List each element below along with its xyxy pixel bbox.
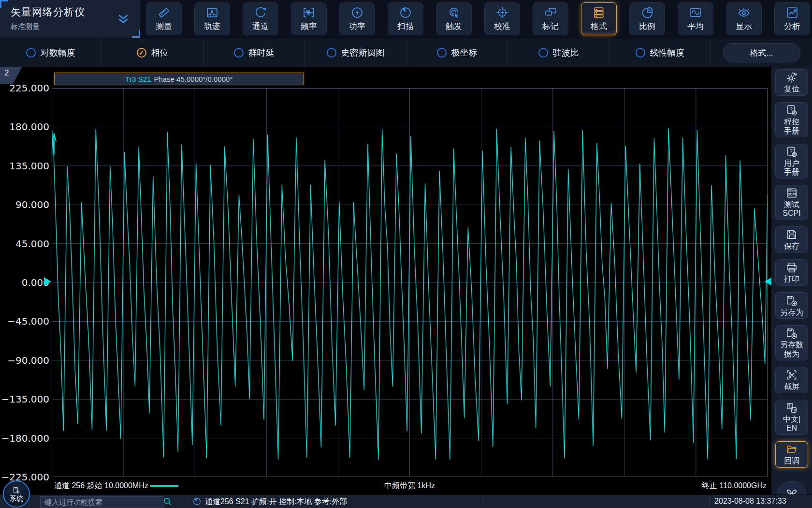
svg-text:En: En (792, 408, 796, 412)
format-option-label: 对数幅度 (41, 47, 75, 59)
user-manual-icon: ?H (785, 146, 798, 158)
toolbar-button-average[interactable]: 平均 (678, 2, 713, 35)
language-toggle-icon: 中En (785, 402, 798, 414)
format-option-label: 群时延 (248, 47, 275, 59)
toolbar-button-frequency[interactable]: 频率 (291, 2, 327, 35)
sidebar-button-label: 保存 (784, 242, 799, 251)
format-option-3[interactable]: 史密斯圆图 (304, 39, 406, 67)
clock-timestamp: 2023-08-08 13:37:33 (714, 497, 786, 506)
system-gear-icon (12, 486, 21, 495)
format-option-label: 极坐标 (451, 47, 478, 59)
sidebar-button-screenshot[interactable]: 截屏 (775, 367, 808, 393)
svg-text:SCPI: SCPI (787, 192, 796, 196)
y-axis-tick-label: 135.000 (9, 160, 49, 172)
format-option-2[interactable]: 群时延 (203, 39, 304, 67)
sidebar-button-recall[interactable]: 回调 (775, 441, 808, 468)
screenshot-icon (785, 369, 798, 381)
sidebar-button-save-data-as[interactable]: 另存数 据为 (775, 325, 808, 360)
format-icon (592, 6, 606, 19)
toolbar-button-analysis[interactable]: 分析 (774, 2, 810, 35)
app-subtitle: 标准测量 (11, 22, 40, 31)
toolbar-button-label: 功率 (349, 21, 365, 32)
toolbar-button-calibration[interactable]: 校准 (484, 2, 520, 35)
toolbar-button-trace[interactable]: 轨迹 (194, 2, 230, 35)
format-option-6[interactable]: 线性幅度 (609, 39, 710, 67)
sidebar-button-reset[interactable]: 复位 (775, 69, 808, 96)
system-button-label: 系统 (10, 495, 23, 502)
save-as-icon (785, 295, 798, 307)
sidebar-button-label: 用户 手册 (784, 159, 799, 177)
sidebar-button-scpi-test[interactable]: SCPI测试 SCPI (775, 185, 808, 220)
format-more-cell: 格式... (710, 39, 812, 67)
system-button[interactable]: 系统 (3, 480, 30, 508)
y-axis-tick-label: 180.000 (9, 121, 49, 133)
toolbar-button-sweep[interactable]: 扫描 (388, 2, 423, 35)
sidebar-button-programming-manual[interactable]: ?P程控 手册 (775, 102, 808, 137)
phase-trace-plot (52, 88, 768, 477)
y-axis-tick-label: 90.000 (15, 199, 49, 210)
app-title: 矢量网络分析仪 (11, 5, 85, 19)
sidebar-button-label: 中文| EN (783, 415, 800, 433)
y-axis-tick-label: −180.000 (1, 433, 49, 444)
svg-text:P: P (793, 111, 796, 115)
toolbar-button-display[interactable]: 显示 (726, 2, 762, 35)
format-option-4[interactable]: 极坐标 (406, 39, 508, 67)
radio-icon (538, 48, 548, 58)
sidebar-button-label: 回调 (784, 457, 799, 465)
channel-status-text: 通道256 S21 扩频:开 控制:本地 参考:外部 (205, 497, 347, 507)
top-toolbar: 矢量网络分析仪 标准测量 测量轨迹通道频率功率扫描触发校准标记格式比例平均显示分… (0, 0, 812, 39)
search-input[interactable] (40, 496, 164, 508)
toolbar-button-channel[interactable]: 通道 (243, 2, 278, 35)
radio-icon (636, 48, 645, 58)
sidebar-button-user-manual[interactable]: ?H用户 手册 (775, 144, 808, 179)
sidebar-button-label: 另存数 据为 (780, 341, 803, 359)
toolbar-buttons: 测量轨迹通道频率功率扫描触发校准标记格式比例平均显示分析 (146, 2, 810, 35)
sidebar-button-save-as[interactable]: 另存为 (775, 292, 808, 319)
search-icon[interactable] (162, 496, 173, 507)
print-icon (785, 261, 798, 274)
right-sidebar: 复位?P程控 手册?H用户 手册SCPI测试 SCPI保存打印另存为另存数 据为… (771, 67, 812, 508)
average-icon (689, 6, 702, 19)
toolbar-button-label: 通道 (252, 21, 269, 32)
y-axis-tick-label: −90.000 (7, 355, 49, 366)
format-option-5[interactable]: 驻波比 (508, 39, 609, 67)
y-axis-tick-label: −45.000 (7, 315, 49, 327)
toolbar-button-scale[interactable]: 比例 (629, 2, 665, 35)
sidebar-button-label: 截屏 (784, 382, 799, 391)
chevron-double-down-icon[interactable] (116, 12, 130, 26)
if-bandwidth-label: 中频带宽 1kHz (52, 481, 768, 491)
toolbar-button-marker[interactable]: 标记 (533, 2, 568, 35)
svg-text:H: H (793, 152, 796, 157)
sidebar-button-label: 另存为 (780, 308, 803, 317)
app-title-block[interactable]: 矢量网络分析仪 标准测量 (0, 0, 140, 38)
format-option-label: 相位 (151, 47, 169, 59)
ruler-icon (157, 6, 171, 19)
format-option-0[interactable]: 对数幅度 (0, 39, 102, 67)
toolbar-button-trigger[interactable]: 触发 (436, 2, 472, 35)
sidebar-button-language-toggle[interactable]: 中En中文| EN (775, 400, 808, 434)
toolbar-button-label: 扫描 (397, 21, 414, 32)
trigger-icon (447, 6, 461, 19)
toolbar-button-label: 轨迹 (204, 21, 220, 32)
radio-icon (437, 48, 447, 58)
reference-level-marker-right[interactable] (765, 277, 772, 286)
sidebar-button-label: 复位 (784, 85, 799, 93)
sidebar-button-print[interactable]: 打印 (775, 259, 808, 286)
toolbar-button-format[interactable]: 格式 (581, 2, 617, 35)
statusbar-divider (709, 497, 710, 507)
status-bar: 系统 通道256 S21 扩频:开 控制:本地 参考:外部 2023-08-08… (0, 494, 812, 508)
toolbar-button-label: 格式 (591, 21, 607, 32)
y-axis-tick-label: 225.000 (9, 82, 49, 94)
analysis-icon (785, 6, 799, 19)
radio-icon (26, 48, 36, 58)
toolbar-button-power[interactable]: 功率 (339, 2, 375, 35)
reference-level-marker-left[interactable] (44, 277, 51, 286)
trace-title-bar[interactable]: Tr3 S21 Phase 45.0000°/0.0000° (54, 73, 304, 85)
toolbar-button-label: 分析 (784, 21, 800, 32)
format-more-button[interactable]: 格式... (723, 43, 800, 62)
toolbar-button-ruler[interactable]: 测量 (146, 2, 182, 35)
radio-icon (234, 48, 244, 58)
format-option-label: 史密斯圆图 (341, 47, 385, 59)
format-option-1[interactable]: ✓相位 (102, 39, 203, 67)
sidebar-button-save[interactable]: 保存 (775, 226, 808, 253)
